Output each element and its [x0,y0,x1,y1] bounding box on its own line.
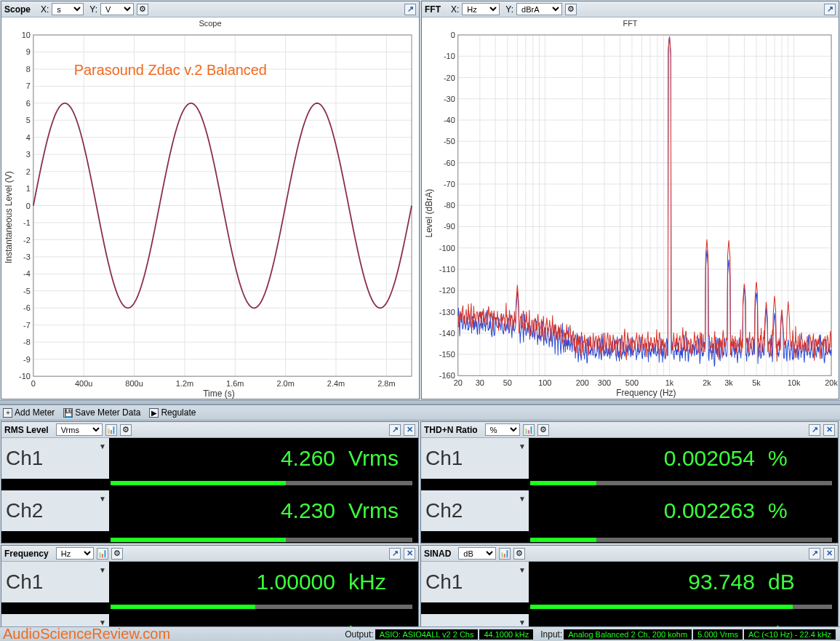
rms-title: RMS Level [4,425,49,435]
fft-x-axis: 2030501002003005001k2k3k5k10k20k [454,378,839,387]
sinad-ch1-label: Ch1 ▼ [421,562,529,602]
scope-x-label: X: [41,4,49,15]
envelope-icon[interactable]: 📊 [523,424,535,436]
thdn-ch1-number: 0.002054 [664,446,755,471]
scope-chart[interactable]: -10-9-8-7-6-5-4-3-2-1012345678910 0400u8… [1,28,419,399]
fft-trace-ch2 [458,37,831,362]
svg-text:500: 500 [625,378,639,387]
envelope-icon[interactable]: 📊 [97,548,108,560]
svg-text:-140: -140 [439,329,455,338]
freq-header: Frequency Hz 📊 ⚙ ↗ ✕ [1,546,418,562]
sinad-title: SINAD [424,549,451,559]
svg-text:-7: -7 [23,321,31,330]
thdn-unit-select[interactable]: % [485,423,520,436]
close-icon[interactable]: ✕ [404,548,415,560]
sinad-unit-select[interactable]: dB [458,547,496,560]
chevron-down-icon[interactable]: ▼ [99,566,106,574]
scope-annotation: Parasound Zdac v.2 Balanced [74,62,267,78]
rms-ch1-label: Ch1 ▼ [1,438,109,479]
svg-text:6: 6 [26,99,31,108]
freq-unit-select[interactable]: Hz [56,547,94,560]
svg-text:30: 30 [476,378,484,387]
scope-title: Scope [4,4,31,15]
svg-text:2: 2 [26,167,31,176]
scope-y-unit-select[interactable]: V [100,3,134,15]
save-icon: 💾 [63,408,73,418]
popout-icon[interactable]: ↗ [404,4,416,15]
gear-icon[interactable]: ⚙ [111,548,123,560]
rms-ch2-unit: Vrms [348,498,411,523]
popout-icon[interactable]: ↗ [809,548,820,560]
freq-ch1-row: Ch1 ▼ 1.00000 kHz [1,562,418,602]
status-filter[interactable]: AC (<10 Hz) - 22.4 kHz [744,629,836,640]
popout-icon[interactable]: ↗ [389,424,401,436]
thdn-meter-panel: THD+N Ratio % 📊 ⚙ ↗ ✕ Ch1 ▼ 0.002054 % [420,421,839,544]
svg-text:3: 3 [26,150,31,159]
chevron-down-icon[interactable]: ▼ [519,442,526,450]
status-sample-rate[interactable]: 44.1000 kHz [479,629,533,640]
meters-container: RMS Level Vrms 📊 ⚙ ↗ ✕ Ch1 ▼ 4.260 Vrms [0,421,840,641]
svg-text:-150: -150 [439,350,455,359]
gear-icon[interactable]: ⚙ [537,424,549,436]
scope-chart-title: Scope [1,17,419,28]
scope-x-unit-select[interactable]: s [52,3,84,15]
chevron-down-icon[interactable]: ▼ [519,566,526,574]
popout-icon[interactable]: ↗ [389,548,401,560]
rms-unit-select[interactable]: Vrms [56,423,103,436]
gear-icon[interactable]: ⚙ [513,548,525,560]
svg-text:-10: -10 [19,372,31,381]
play-icon: ▶ [149,408,159,418]
chevron-down-icon[interactable]: ▼ [99,495,106,503]
freq-ch1-bar [1,602,418,614]
gear-icon[interactable]: ⚙ [565,4,577,15]
sinad-ch1-number: 93.748 [688,570,755,594]
rms-ch1-unit: Vrms [348,446,411,471]
fft-panel: FFT X: Hz Y: dBrA ⚙ ↗ FFT 0-10-20-30-40-… [421,1,839,399]
scope-y-axis: -10-9-8-7-6-5-4-3-2-1012345678910 [19,31,31,381]
svg-text:0: 0 [451,31,455,39]
freq-ch1-unit: kHz [348,570,411,594]
fft-chart[interactable]: 0-10-20-30-40-50-60-70-80-90-100-110-120… [422,28,839,399]
fft-x-unit-select[interactable]: Hz [462,3,500,15]
thdn-ch2-number: 0.002263 [664,498,755,523]
meter-toolbar: ＋ Add Meter 💾 Save Meter Data ▶ Regulate [0,405,840,421]
add-meter-button[interactable]: ＋ Add Meter [3,407,55,418]
svg-text:-4: -4 [23,269,31,278]
svg-text:50: 50 [503,378,512,387]
svg-text:3k: 3k [724,378,733,387]
chevron-down-icon[interactable]: ▼ [99,442,106,450]
close-icon[interactable]: ✕ [823,424,835,436]
thdn-header: THD+N Ratio % 📊 ⚙ ↗ ✕ [421,422,838,438]
close-icon[interactable]: ✕ [823,548,835,560]
thdn-ch2-value: 0.002263 % [529,490,838,531]
popout-icon[interactable]: ↗ [809,424,820,436]
chevron-down-icon[interactable]: ▼ [519,618,526,626]
svg-text:-6: -6 [23,303,31,312]
svg-text:0: 0 [31,379,36,388]
svg-text:-120: -120 [439,286,455,295]
freq-title: Frequency [4,549,49,559]
popout-icon[interactable]: ↗ [824,4,836,15]
plus-icon: ＋ [3,408,12,418]
svg-text:2k: 2k [703,378,711,387]
thdn-ch1-value: 0.002054 % [529,438,838,479]
status-level[interactable]: 5.000 Vrms [693,629,743,640]
envelope-icon[interactable]: 📊 [105,424,117,436]
fft-y-axis: 0-10-20-30-40-50-60-70-80-90-100-110-120… [439,31,455,380]
gear-icon[interactable]: ⚙ [120,424,132,436]
regulate-button[interactable]: ▶ Regulate [149,407,196,418]
fft-title: FFT [425,4,441,15]
status-output-label: Output: [345,629,373,640]
close-icon[interactable]: ✕ [404,424,415,436]
gear-icon[interactable]: ⚙ [137,4,148,15]
save-meter-data-button[interactable]: 💾 Save Meter Data [63,407,140,418]
sinad-ch1-value: 93.748 dB [529,562,838,602]
chevron-down-icon[interactable]: ▼ [519,495,526,503]
fft-y-unit-select[interactable]: dBrA [516,3,562,15]
status-output-value[interactable]: ASIO: ASIO4ALL v2 2 Chs [375,629,479,640]
fft-chart-title: FFT [422,17,839,28]
envelope-icon[interactable]: 📊 [499,548,511,560]
status-input-value[interactable]: Analog Balanced 2 Ch, 200 kohm [564,629,692,640]
svg-text:-60: -60 [444,159,455,167]
freq-ch1-number: 1.00000 [257,570,335,594]
